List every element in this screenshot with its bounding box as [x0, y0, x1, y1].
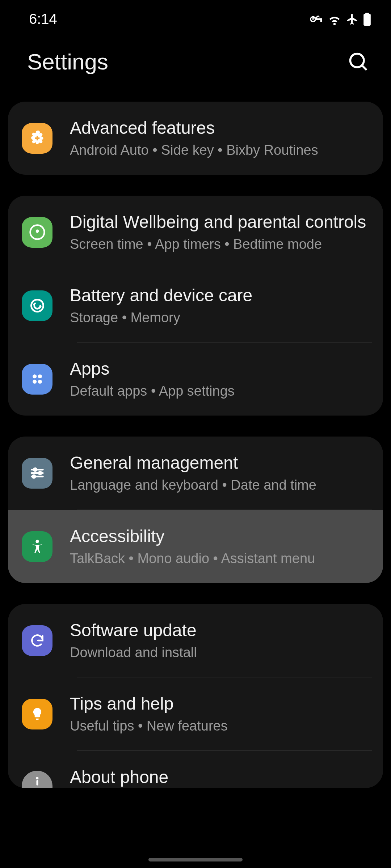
svg-point-12	[38, 380, 42, 384]
row-text: Tips and help Useful tips • New features	[70, 693, 372, 735]
page-header: Settings	[0, 31, 391, 102]
svg-point-8	[31, 299, 43, 311]
svg-point-19	[35, 540, 39, 543]
wellbeing-icon	[22, 217, 52, 248]
airplane-icon	[346, 13, 359, 26]
row-subtitle: Language and keyboard • Date and time	[70, 477, 372, 494]
sliders-icon	[22, 458, 52, 489]
settings-group: Digital Wellbeing and parental controls …	[8, 196, 383, 416]
row-digital-wellbeing[interactable]: Digital Wellbeing and parental controls …	[8, 196, 383, 269]
row-text: Apps Default apps • App settings	[70, 358, 372, 400]
row-battery-care[interactable]: Battery and device care Storage • Memory	[8, 269, 383, 342]
row-subtitle: Default apps • App settings	[70, 383, 372, 400]
gear-plus-icon	[22, 123, 52, 154]
row-text: General management Language and keyboard…	[70, 452, 372, 494]
settings-group: Advanced features Android Auto • Side ke…	[8, 102, 383, 175]
wifi-icon	[328, 12, 341, 26]
row-apps[interactable]: Apps Default apps • App settings	[8, 342, 383, 416]
lightbulb-icon	[22, 699, 52, 729]
apps-icon	[22, 364, 52, 395]
row-subtitle: TalkBack • Mono audio • Assistant menu	[70, 550, 372, 567]
row-software-update[interactable]: Software update Download and install	[8, 604, 383, 677]
svg-point-9	[33, 374, 37, 378]
row-accessibility[interactable]: Accessibility TalkBack • Mono audio • As…	[8, 510, 383, 583]
row-tips-help[interactable]: Tips and help Useful tips • New features	[8, 677, 383, 750]
row-text: Digital Wellbeing and parental controls …	[70, 212, 372, 253]
row-title: Battery and device care	[70, 285, 372, 306]
svg-point-11	[33, 380, 37, 384]
svg-rect-21	[36, 780, 38, 786]
update-icon	[22, 625, 52, 656]
device-care-icon	[22, 290, 52, 321]
settings-group: Software update Download and install Tip…	[8, 604, 383, 788]
row-subtitle: Screen time • App timers • Bedtime mode	[70, 236, 372, 253]
svg-point-20	[36, 777, 38, 779]
row-advanced-features[interactable]: Advanced features Android Auto • Side ke…	[8, 102, 383, 175]
svg-point-18	[32, 475, 35, 478]
row-subtitle: Useful tips • New features	[70, 718, 372, 735]
svg-point-10	[38, 374, 42, 378]
row-title: About phone	[70, 767, 372, 788]
page-title: Settings	[27, 49, 108, 75]
settings-list: Advanced features Android Auto • Side ke…	[0, 102, 391, 788]
status-bar: 6:14	[0, 0, 391, 31]
row-text: Software update Download and install	[70, 620, 372, 661]
status-time: 6:14	[29, 11, 57, 27]
svg-rect-2	[320, 18, 322, 22]
battery-icon	[363, 13, 371, 26]
row-subtitle: Android Auto • Side key • Bixby Routines	[70, 142, 372, 159]
row-text: Advanced features Android Auto • Side ke…	[70, 118, 372, 159]
row-title: Software update	[70, 620, 372, 641]
settings-group: General management Language and keyboard…	[8, 437, 383, 583]
row-text: Battery and device care Storage • Memory	[70, 285, 372, 326]
svg-point-5	[350, 54, 364, 67]
row-about-phone[interactable]: About phone	[8, 751, 383, 788]
row-title: Digital Wellbeing and parental controls	[70, 212, 372, 233]
search-icon[interactable]	[348, 51, 369, 73]
svg-point-16	[38, 472, 41, 475]
row-title: Apps	[70, 358, 372, 380]
svg-line-6	[362, 65, 367, 70]
row-text: About phone	[70, 767, 372, 788]
row-general-management[interactable]: General management Language and keyboard…	[8, 437, 383, 510]
row-title: Tips and help	[70, 693, 372, 715]
vpn-key-icon	[309, 12, 323, 26]
svg-rect-3	[363, 14, 371, 26]
status-icons	[309, 12, 371, 26]
row-text: Accessibility TalkBack • Mono audio • As…	[70, 526, 372, 567]
svg-point-14	[34, 468, 37, 471]
nav-handle[interactable]	[148, 858, 243, 861]
info-icon	[22, 771, 52, 788]
row-subtitle: Download and install	[70, 644, 372, 661]
accessibility-icon	[22, 531, 52, 562]
row-subtitle: Storage • Memory	[70, 309, 372, 327]
row-title: Accessibility	[70, 526, 372, 547]
svg-rect-4	[365, 13, 369, 14]
row-title: Advanced features	[70, 118, 372, 139]
row-title: General management	[70, 452, 372, 474]
